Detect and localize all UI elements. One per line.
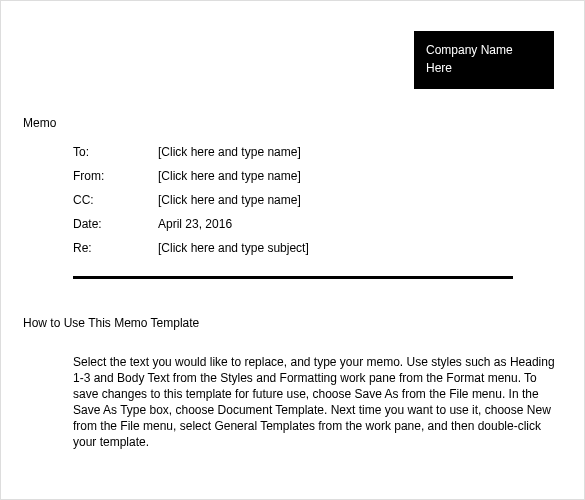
howto-heading: How to Use This Memo Template bbox=[23, 316, 199, 330]
memo-heading: Memo bbox=[23, 116, 56, 130]
field-from: From: [Click here and type name] bbox=[73, 169, 513, 183]
company-name-line2: Here bbox=[426, 59, 542, 77]
to-label: To: bbox=[73, 145, 158, 159]
cc-label: CC: bbox=[73, 193, 158, 207]
to-value[interactable]: [Click here and type name] bbox=[158, 145, 513, 159]
company-name-box: Company Name Here bbox=[414, 31, 554, 89]
company-name-line1: Company Name bbox=[426, 41, 542, 59]
from-value[interactable]: [Click here and type name] bbox=[158, 169, 513, 183]
date-label: Date: bbox=[73, 217, 158, 231]
body-paragraph[interactable]: Select the text you would like to replac… bbox=[73, 354, 558, 450]
field-to: To: [Click here and type name] bbox=[73, 145, 513, 159]
divider-line bbox=[73, 276, 513, 279]
memo-fields: To: [Click here and type name] From: [Cl… bbox=[73, 145, 513, 265]
re-value[interactable]: [Click here and type subject] bbox=[158, 241, 513, 255]
field-re: Re: [Click here and type subject] bbox=[73, 241, 513, 255]
field-date: Date: April 23, 2016 bbox=[73, 217, 513, 231]
field-cc: CC: [Click here and type name] bbox=[73, 193, 513, 207]
from-label: From: bbox=[73, 169, 158, 183]
date-value[interactable]: April 23, 2016 bbox=[158, 217, 513, 231]
cc-value[interactable]: [Click here and type name] bbox=[158, 193, 513, 207]
re-label: Re: bbox=[73, 241, 158, 255]
